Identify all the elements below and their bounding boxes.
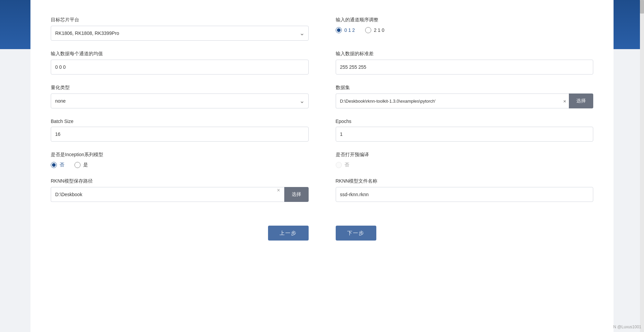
scrollbar-thumb[interactable] bbox=[640, 0, 644, 14]
quant-type-select[interactable]: none asymmetric_affine-u8 dynamic_fixed_… bbox=[51, 94, 309, 108]
channel-order-012-label: 0 1 2 bbox=[345, 27, 355, 33]
rknn-save-path-group: RKNN模型保存路径 × 选择 bbox=[51, 178, 309, 202]
batch-size-label: Batch Size bbox=[51, 119, 309, 124]
rknn-save-path-input-wrap: × bbox=[51, 187, 284, 202]
pre-compile-no-radio[interactable] bbox=[336, 162, 342, 168]
inception-model-radio-group: 否 是 bbox=[51, 161, 309, 168]
rknn-save-path-select-button[interactable]: 选择 bbox=[284, 187, 309, 202]
side-panel-left bbox=[0, 0, 30, 49]
inception-yes-label: 是 bbox=[83, 162, 88, 168]
inception-model-label: 是否是Inception系列模型 bbox=[51, 152, 309, 158]
target-platform-select[interactable]: RK1806, RK1808, RK3399Pro RK3566, RK3568… bbox=[51, 26, 309, 41]
dataset-select-button[interactable]: 选择 bbox=[569, 94, 593, 108]
rknn-save-path-label: RKNN模型保存路径 bbox=[51, 178, 309, 184]
target-platform-group: 目标芯片平台 RK1806, RK1808, RK3399Pro RK3566,… bbox=[51, 17, 309, 41]
pre-compile-radio-group: 否 bbox=[336, 161, 594, 168]
quant-type-label: 量化类型 bbox=[51, 85, 309, 91]
rknn-save-path-input[interactable] bbox=[51, 187, 284, 202]
pre-compile-label: 是否打开预编译 bbox=[336, 152, 594, 158]
pre-compile-group: 是否打开预编译 否 bbox=[336, 152, 594, 168]
dataset-input-wrap: × bbox=[336, 94, 569, 108]
epochs-label: Epochs bbox=[336, 119, 594, 124]
rknn-save-path-wrapper: × 选择 bbox=[51, 187, 309, 202]
quant-type-group: 量化类型 none asymmetric_affine-u8 dynamic_f… bbox=[51, 85, 309, 108]
channel-order-210-label: 2 1 0 bbox=[374, 27, 384, 33]
channel-order-group: 输入的通道顺序调整 0 1 2 2 1 0 bbox=[336, 17, 594, 41]
dataset-group: 数据集 × 选择 bbox=[336, 85, 594, 108]
form-grid: 目标芯片平台 RK1806, RK1808, RK3399Pro RK3566,… bbox=[51, 10, 593, 202]
batch-size-input[interactable] bbox=[51, 127, 309, 142]
inception-model-group: 是否是Inception系列模型 否 是 bbox=[51, 152, 309, 168]
channel-order-label: 输入的通道顺序调整 bbox=[336, 17, 594, 23]
std-values-group: 输入数据的标准差 bbox=[336, 51, 594, 75]
rknn-save-path-clear-button[interactable]: × bbox=[276, 187, 281, 194]
main-content: 目标芯片平台 RK1806, RK1808, RK3399Pro RK3566,… bbox=[30, 0, 614, 332]
inception-no-label: 否 bbox=[60, 162, 64, 168]
epochs-group: Epochs bbox=[336, 119, 594, 142]
mean-values-group: 输入数据每个通道的均值 bbox=[51, 51, 309, 75]
scrollbar[interactable] bbox=[640, 0, 644, 332]
channel-order-radio-group: 0 1 2 2 1 0 bbox=[336, 26, 594, 33]
mean-values-label: 输入数据每个通道的均值 bbox=[51, 51, 309, 57]
side-panel-right bbox=[614, 0, 644, 49]
inception-yes-item[interactable]: 是 bbox=[74, 162, 88, 168]
dataset-input[interactable] bbox=[336, 94, 569, 108]
std-values-input[interactable] bbox=[336, 60, 594, 75]
target-platform-label: 目标芯片平台 bbox=[51, 17, 309, 23]
std-values-label: 输入数据的标准差 bbox=[336, 51, 594, 57]
inception-yes-radio[interactable] bbox=[74, 162, 81, 168]
rknn-filename-label: RKNN模型文件名称 bbox=[336, 178, 594, 184]
prev-step-button[interactable]: 上一步 bbox=[268, 226, 309, 241]
pre-compile-no-label: 否 bbox=[345, 162, 349, 168]
channel-order-012-item[interactable]: 0 1 2 bbox=[336, 27, 355, 33]
inception-no-item[interactable]: 否 bbox=[51, 162, 64, 168]
bottom-buttons: 上一步 下一步 bbox=[51, 219, 593, 241]
next-step-button[interactable]: 下一步 bbox=[336, 226, 376, 241]
quant-type-select-wrapper: none asymmetric_affine-u8 dynamic_fixed_… bbox=[51, 94, 309, 108]
channel-order-210-radio[interactable] bbox=[365, 27, 371, 33]
mean-values-input[interactable] bbox=[51, 60, 309, 75]
dataset-input-wrapper: × 选择 bbox=[336, 94, 594, 108]
inception-no-radio[interactable] bbox=[51, 162, 57, 168]
epochs-input[interactable] bbox=[336, 127, 594, 142]
channel-order-210-item[interactable]: 2 1 0 bbox=[365, 27, 384, 33]
pre-compile-no-item[interactable]: 否 bbox=[336, 162, 349, 168]
rknn-filename-group: RKNN模型文件名称 bbox=[336, 178, 594, 202]
target-platform-select-wrapper: RK1806, RK1808, RK3399Pro RK3566, RK3568… bbox=[51, 26, 309, 41]
rknn-filename-input[interactable] bbox=[336, 187, 594, 202]
dataset-label: 数据集 bbox=[336, 85, 594, 91]
dataset-clear-button[interactable]: × bbox=[563, 99, 566, 104]
channel-order-012-radio[interactable] bbox=[336, 27, 342, 33]
batch-size-group: Batch Size bbox=[51, 119, 309, 142]
